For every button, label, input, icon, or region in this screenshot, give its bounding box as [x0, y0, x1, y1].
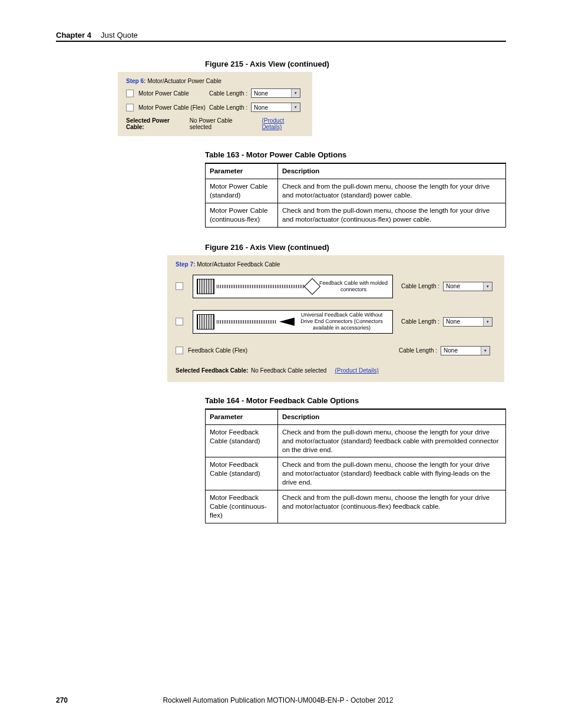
- cell-desc: Check and from the pull-down menu, choos…: [278, 457, 506, 490]
- select-fb-value-1: None: [446, 318, 460, 325]
- step7-row-2: Feedback Cable (Flex) Cable Length : Non…: [176, 345, 496, 356]
- connector-left-icon: [197, 279, 214, 294]
- cell-param: Motor Feedback Cable (standard): [206, 457, 278, 490]
- product-details-link[interactable]: (Product Details): [262, 117, 304, 130]
- table-row: Motor Feedback Cable (standard) Check an…: [206, 457, 506, 490]
- select-fb-value-2: None: [444, 347, 458, 354]
- checkbox-motor-power-cable[interactable]: [126, 90, 134, 97]
- connector-fan-icon: [279, 318, 295, 326]
- step6-selected-row: Selected Power Cable: No Power Cable sel…: [126, 117, 304, 130]
- cable-line-icon: [217, 285, 304, 288]
- connector-left-icon: [197, 314, 214, 330]
- page-footer: 270 Rockwell Automation Publication MOTI…: [56, 696, 506, 704]
- label-cable-length-0: Cable Length :: [209, 90, 247, 97]
- table-row: Motor Feedback Cable (continuous-flex) C…: [206, 490, 506, 523]
- th-parameter: Parameter: [206, 409, 278, 424]
- chevron-down-icon: [291, 103, 300, 111]
- label-cable-length-fb-0: Cable Length :: [401, 283, 439, 289]
- label-feedback-flex: Feedback Cable (Flex): [188, 347, 399, 354]
- chevron-down-icon: [483, 318, 492, 326]
- diagram-text-1: Universal Feedback Cable Without Drive E…: [295, 312, 389, 331]
- chapter-title: Just Quote: [101, 31, 138, 39]
- publication-info: Rockwell Automation Publication MOTION-U…: [163, 696, 393, 704]
- table-164-title: Table 164 - Motor Feedback Cable Options: [205, 396, 506, 405]
- cell-param: Motor Power Cable (standard): [206, 179, 278, 203]
- label-motor-power-cable-flex: Motor Power Cable (Flex): [138, 104, 209, 111]
- page-number: 270: [56, 696, 68, 704]
- table-row: Motor Feedback Cable (standard) Check an…: [206, 424, 506, 457]
- select-value-0: None: [254, 90, 268, 97]
- chevron-down-icon: [481, 347, 490, 355]
- cell-desc: Check and from the pull-down menu, choos…: [278, 490, 506, 523]
- step7-title: Motor/Actuator Feedback Cable: [197, 261, 280, 268]
- label-cable-length-fb-2: Cable Length :: [399, 347, 437, 354]
- chevron-down-icon: [483, 282, 492, 291]
- table-164: Parameter Description Motor Feedback Cab…: [205, 409, 506, 523]
- step7-prefix: Step 7:: [176, 261, 195, 268]
- selected-power-value: No Power Cable selected: [190, 117, 254, 130]
- step7-row-0: Feedback Cable with molded connectors Ca…: [176, 275, 496, 298]
- product-details-link-fb[interactable]: (Product Details): [335, 367, 378, 374]
- step6-row-0: Motor Power Cable Cable Length : None: [126, 88, 304, 98]
- table-row: Motor Power Cable (standard) Check and f…: [206, 179, 506, 203]
- chevron-down-icon: [291, 89, 300, 97]
- select-cable-length-0[interactable]: None: [251, 88, 300, 98]
- table-row: Motor Power Cable (continuous-flex) Chec…: [206, 203, 506, 227]
- step6-prefix: Step 6:: [126, 78, 146, 84]
- cell-param: Motor Power Cable (continuous-flex): [206, 203, 278, 227]
- step7-heading: Step 7: Motor/Actuator Feedback Cable: [176, 261, 496, 268]
- cell-desc: Check and from the pull-down menu, choos…: [278, 179, 506, 203]
- table-163: Parameter Description Motor Power Cable …: [205, 163, 506, 228]
- label-motor-power-cable: Motor Power Cable: [138, 90, 209, 97]
- label-cable-length-fb-1: Cable Length :: [401, 318, 439, 325]
- figure-215-title: Figure 215 - Axis View (continued): [205, 60, 506, 68]
- checkbox-feedback-universal[interactable]: [176, 318, 183, 325]
- step6-panel: Step 6: Motor/Actuator Power Cable Motor…: [118, 72, 312, 136]
- page-header: Chapter 4 Just Quote: [56, 31, 506, 42]
- step7-selected-row: Selected Feedback Cable: No Feedback Cab…: [176, 365, 496, 376]
- label-cable-length-1: Cable Length :: [209, 104, 247, 111]
- select-value-1: None: [254, 104, 268, 111]
- select-fb-length-2[interactable]: None: [441, 346, 490, 355]
- cable-line-icon: [217, 320, 277, 324]
- selected-feedback-label: Selected Feedback Cable:: [176, 367, 251, 374]
- cable-diagram-universal: Universal Feedback Cable Without Drive E…: [193, 310, 393, 334]
- th-description: Description: [278, 163, 506, 179]
- th-description: Description: [278, 409, 506, 424]
- step6-heading: Step 6: Motor/Actuator Power Cable: [126, 78, 304, 84]
- step7-row-1: Universal Feedback Cable Without Drive E…: [176, 310, 496, 334]
- cell-desc: Check and from the pull-down menu, choos…: [278, 424, 506, 457]
- cell-param: Motor Feedback Cable (standard): [206, 424, 278, 457]
- chapter-number: Chapter 4: [56, 31, 91, 39]
- checkbox-motor-power-cable-flex[interactable]: [126, 104, 134, 111]
- step6-title: Motor/Actuator Power Cable: [147, 78, 222, 84]
- checkbox-feedback-flex[interactable]: [176, 347, 183, 354]
- diagram-text-0: Feedback Cable with molded connectors: [318, 280, 389, 293]
- cable-diagram-molded: Feedback Cable with molded connectors: [193, 275, 393, 298]
- select-fb-length-1[interactable]: None: [443, 317, 492, 327]
- checkbox-feedback-molded[interactable]: [176, 282, 183, 290]
- step7-panel: Step 7: Motor/Actuator Feedback Cable Fe…: [167, 255, 504, 382]
- select-cable-length-1[interactable]: None: [251, 103, 300, 112]
- cell-desc: Check and from the pull-down menu, choos…: [278, 203, 506, 227]
- selected-power-label: Selected Power Cable:: [126, 117, 187, 130]
- table-163-title: Table 163 - Motor Power Cable Options: [205, 150, 506, 159]
- th-parameter: Parameter: [206, 163, 278, 179]
- cell-param: Motor Feedback Cable (continuous-flex): [206, 490, 278, 523]
- step6-row-1: Motor Power Cable (Flex) Cable Length : …: [126, 102, 304, 113]
- select-fb-value-0: None: [446, 283, 460, 289]
- selected-feedback-value: No Feedback Cable selected: [251, 367, 326, 374]
- figure-216-title: Figure 216 - Axis View (continued): [205, 243, 506, 252]
- select-fb-length-0[interactable]: None: [443, 282, 492, 291]
